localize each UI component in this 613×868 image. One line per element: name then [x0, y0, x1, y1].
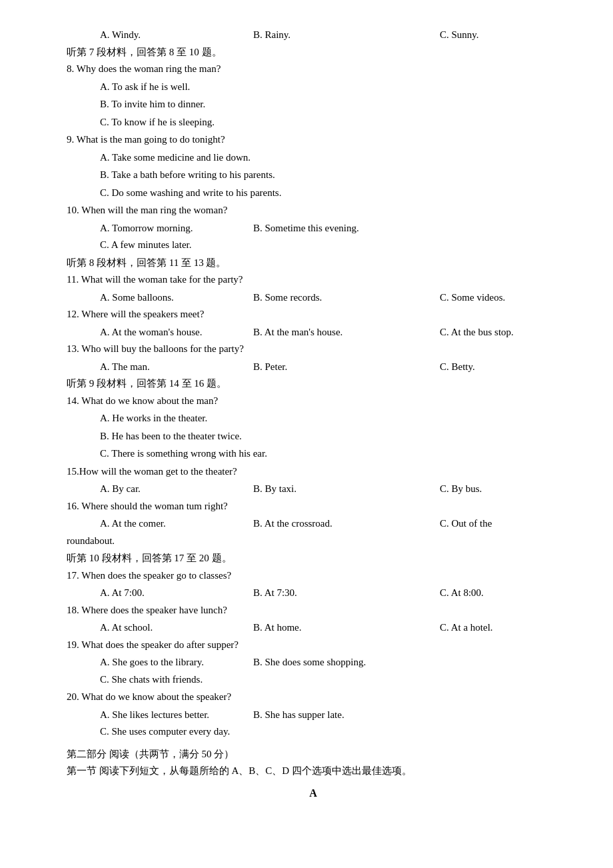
q12-opt-b: B. At the man's house.	[253, 324, 440, 341]
q15-opt-c: C. By bus.	[440, 481, 560, 498]
q19-opt-b: B. She does some shopping.	[253, 654, 560, 671]
q20-opt-a: A. She likes lectures better.	[67, 707, 253, 724]
question-20: 20. What do we know about the speaker?	[67, 689, 560, 706]
section7-header: 听第 7 段材料，回答第 8 至 10 题。	[67, 44, 560, 61]
q18-opt-a: A. At school.	[67, 619, 253, 637]
q19-opt-c: C. She chats with friends.	[67, 671, 560, 689]
q10-opt-c: C. A few minutes later.	[67, 237, 560, 254]
q8-opt-a: A. To ask if he is well.	[67, 79, 560, 96]
q18-options: A. At school. B. At home. C. At a hotel.	[67, 619, 560, 637]
question-14: 14. What do we know about the man?	[67, 393, 560, 410]
q11-opt-a: A. Some balloons.	[67, 289, 253, 307]
q12-opt-c: C. At the bus stop.	[440, 324, 560, 341]
section8-header: 听第 8 段材料，回答第 11 至 13 题。	[67, 255, 560, 272]
q20-opt-b: B. She has supper late.	[253, 707, 560, 724]
q9-opt-a: A. Take some medicine and lie down.	[67, 149, 560, 167]
q7-opt-b: B. Rainy.	[253, 27, 440, 44]
q16-opt-b: B. At the crossroad.	[253, 515, 440, 533]
q7-opt-a: A. Windy.	[67, 27, 253, 44]
q10-opt-a: A. Tomorrow morning.	[67, 220, 253, 237]
q8-opt-b: B. To invite him to dinner.	[67, 96, 560, 113]
q16-options: A. At the comer. B. At the crossroad. C.…	[67, 515, 560, 533]
q11-opt-b: B. Some records.	[253, 289, 440, 307]
question-12: 12. Where will the speakers meet?	[67, 306, 560, 323]
q20-options-ab: A. She likes lectures better. B. She has…	[67, 707, 560, 724]
q12-options: A. At the woman's house. B. At the man's…	[67, 324, 560, 341]
question-13: 13. Who will buy the balloons for the pa…	[67, 341, 560, 358]
q17-opt-c: C. At 8:00.	[440, 585, 560, 602]
question-17: 17. When does the speaker go to classes?	[67, 567, 560, 585]
section9-header: 听第 9 段材料，回答第 14 至 16 题。	[67, 375, 560, 393]
question-16: 16. Where should the woman tum right?	[67, 498, 560, 515]
q15-options: A. By car. B. By taxi. C. By bus.	[67, 481, 560, 498]
q16-opt-a: A. At the comer.	[67, 515, 253, 533]
section-letter-a: A	[67, 784, 560, 802]
q10-options-ab: A. Tomorrow morning. B. Sometime this ev…	[67, 220, 560, 237]
q16-opt-c-part1: C. Out of the	[440, 515, 560, 533]
q19-opt-a: A. She goes to the library.	[67, 654, 253, 671]
question-11: 11. What will the woman take for the par…	[67, 271, 560, 289]
q17-opt-a: A. At 7:00.	[67, 585, 253, 602]
q13-options: A. The man. B. Peter. C. Betty.	[67, 359, 560, 376]
q14-opt-a: A. He works in the theater.	[67, 410, 560, 427]
q13-opt-a: A. The man.	[67, 359, 253, 376]
question-9: 9. What is the man going to do tonight?	[67, 131, 560, 149]
q7-options-row: A. Windy. B. Rainy. C. Sunny.	[67, 27, 560, 44]
part2-header: 第二部分 阅读（共两节，满分 50 分）	[67, 746, 560, 763]
question-10: 10. When will the man ring the woman?	[67, 202, 560, 219]
q14-opt-c: C. There is something wrong with his ear…	[67, 445, 560, 463]
q7-opt-c: C. Sunny.	[440, 27, 560, 44]
q13-opt-b: B. Peter.	[253, 359, 440, 376]
section10-header: 听第 10 段材料，回答第 17 至 20 题。	[67, 550, 560, 567]
q11-opt-c: C. Some videos.	[440, 289, 560, 307]
q11-options: A. Some balloons. B. Some records. C. So…	[67, 289, 560, 307]
q8-opt-c: C. To know if he is sleeping.	[67, 114, 560, 131]
q17-opt-b: B. At 7:30.	[253, 585, 440, 602]
q13-opt-c: C. Betty.	[440, 359, 560, 376]
q19-options-ab: A. She goes to the library. B. She does …	[67, 654, 560, 671]
question-18: 18. Where does the speaker have lunch?	[67, 602, 560, 619]
question-19: 19. What does the speaker do after suppe…	[67, 637, 560, 654]
q12-opt-a: A. At the woman's house.	[67, 324, 253, 341]
question-15: 15.How will the woman get to the theater…	[67, 463, 560, 481]
q15-opt-a: A. By car.	[67, 481, 253, 498]
q17-options: A. At 7:00. B. At 7:30. C. At 8:00.	[67, 585, 560, 602]
q16-wrap: roundabout.	[67, 533, 560, 550]
q20-opt-c: C. She uses computer every day.	[67, 723, 560, 741]
q14-opt-b: B. He has been to the theater twice.	[67, 428, 560, 445]
page-content: A. Windy. B. Rainy. C. Sunny. 听第 7 段材料，回…	[67, 27, 560, 802]
q18-opt-c: C. At a hotel.	[440, 619, 560, 637]
q18-opt-b: B. At home.	[253, 619, 440, 637]
q9-opt-b: B. Take a bath before writing to his par…	[67, 167, 560, 184]
q10-opt-b: B. Sometime this evening.	[253, 220, 560, 237]
q15-opt-b: B. By taxi.	[253, 481, 440, 498]
part2-sub-header: 第一节 阅读下列短文，从每题所给的 A、B、C、D 四个选项中选出最佳选项。	[67, 763, 560, 780]
q9-opt-c: C. Do some washing and write to his pare…	[67, 185, 560, 202]
question-8: 8. Why does the woman ring the man?	[67, 61, 560, 78]
